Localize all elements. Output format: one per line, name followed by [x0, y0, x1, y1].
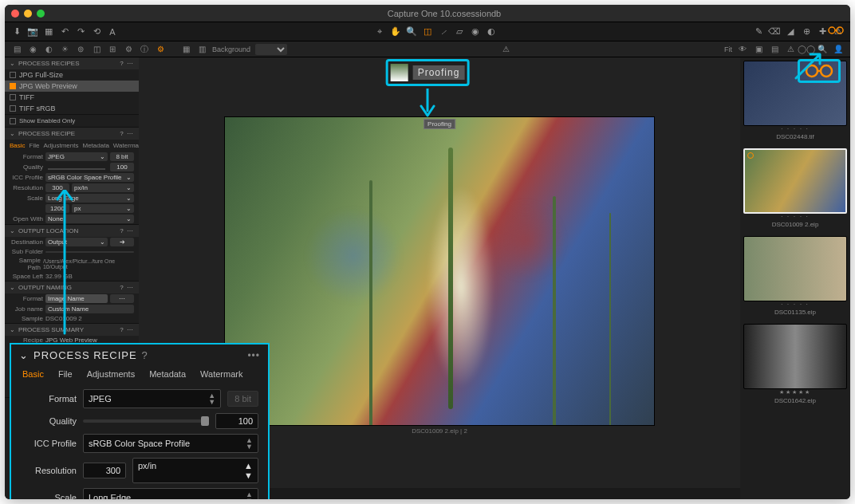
redo-icon[interactable]: ↷: [75, 26, 86, 37]
proofing-callout: Proofing: [386, 59, 470, 86]
popup-tab-file[interactable]: File: [58, 369, 73, 379]
quality-value[interactable]: 100: [110, 163, 134, 171]
batch-icon[interactable]: ▦: [43, 26, 54, 37]
cursor-icon[interactable]: ⌖: [374, 26, 385, 37]
recipe-item[interactable]: JPG Full-Size: [5, 69, 139, 81]
popup-resolution-input[interactable]: 300: [83, 463, 126, 478]
popup-quality-slider[interactable]: [83, 419, 209, 423]
recipe-tab[interactable]: Metadata: [82, 142, 108, 149]
library-tab-icon[interactable]: ▤: [11, 44, 22, 55]
thumbnail[interactable]: ★★★★★DSC01642.eip: [743, 324, 847, 404]
capture-icon[interactable]: 📷: [27, 26, 38, 37]
recipe-tab[interactable]: Watermark: [113, 142, 139, 149]
recipe-tab[interactable]: File: [30, 142, 40, 149]
popup-icc-select[interactable]: sRGB Color Space Profile▲▼: [83, 434, 258, 453]
gradient-icon[interactable]: ◢: [785, 26, 796, 37]
resolution-unit[interactable]: px/in⌄: [72, 183, 134, 192]
thumbnail[interactable]: · · · · ·DSC01009 2.eip: [743, 148, 847, 228]
show-enabled-only[interactable]: Show Enabled Only: [5, 114, 139, 127]
arrow-popup-icon: [53, 190, 77, 352]
destination-arrow-icon[interactable]: ➔: [110, 238, 134, 246]
recipe-tab[interactable]: Adjustments: [43, 142, 78, 149]
svg-point-1: [837, 27, 843, 33]
background-label: Background: [212, 45, 250, 53]
chevron-down-icon[interactable]: ⌄: [19, 349, 29, 361]
popup-tab-basic[interactable]: Basic: [22, 369, 44, 379]
output-tab-icon[interactable]: ⚙: [155, 44, 166, 55]
adjust-tab-icon[interactable]: ⚙: [123, 44, 134, 55]
tool-tab-bar: ▤ ◉ ◐ ☀ ⊚ ◫ ⊞ ⚙ ⓘ ⚙ ▦ ▥ Background ⚠ Fit…: [5, 41, 850, 57]
user-icon[interactable]: 👤: [833, 44, 844, 55]
straighten-icon[interactable]: ⟋: [438, 26, 449, 37]
thumbnail[interactable]: · · · · ·DSC01135.eip: [743, 236, 847, 316]
background-select[interactable]: [255, 44, 287, 55]
minimize-icon[interactable]: [24, 10, 32, 18]
recipe-item[interactable]: TIFF sRGB: [5, 103, 139, 114]
popup-quality-value[interactable]: 100: [215, 413, 258, 429]
crop-icon[interactable]: ◫: [422, 26, 433, 37]
view-mode-icon[interactable]: ▦: [180, 44, 191, 55]
popup-resolution-unit[interactable]: px/in▲▼: [132, 458, 258, 483]
more-icon[interactable]: •••: [247, 350, 260, 361]
arrow-down-icon: [418, 89, 437, 120]
details-tab-icon[interactable]: ⊞: [107, 44, 118, 55]
close-icon[interactable]: [11, 10, 19, 18]
spot-icon[interactable]: ◉: [470, 26, 481, 37]
format-select[interactable]: JPEG⌄: [45, 152, 108, 161]
keystone-icon[interactable]: ▱: [454, 26, 465, 37]
view-split-icon[interactable]: ▥: [196, 44, 207, 55]
popup-tab-metadata[interactable]: Metadata: [149, 369, 186, 379]
popup-format-select[interactable]: JPEG▲▼: [83, 389, 221, 408]
erase-icon[interactable]: ⌫: [769, 26, 780, 37]
icc-select[interactable]: sRGB Color Space Profile⌄: [45, 173, 134, 182]
recipe-tab[interactable]: Basic: [10, 142, 26, 149]
auto-icon[interactable]: A: [107, 26, 118, 37]
metadata-tab-icon[interactable]: ⓘ: [139, 44, 150, 55]
proofing-glasses-icon[interactable]: [828, 24, 844, 38]
help-icon[interactable]: ?: [142, 349, 148, 361]
exposure-tab-icon[interactable]: ☀: [59, 44, 70, 55]
scale-unit[interactable]: px⌄: [72, 204, 134, 213]
reset-icon[interactable]: ⟲: [91, 26, 102, 37]
hand-icon[interactable]: ✋: [390, 26, 401, 37]
naming-token-icon[interactable]: ⋯: [110, 294, 134, 303]
recipe-item[interactable]: TIFF: [5, 92, 139, 103]
zoom-icon[interactable]: [37, 10, 45, 18]
proofing-swatch-icon: [391, 64, 408, 81]
stack-icon[interactable]: ▣: [753, 44, 764, 55]
process-recipe-header[interactable]: ⌄PROCESS RECIPE? ⋯: [5, 128, 139, 140]
color-tab-icon[interactable]: ◐: [43, 44, 54, 55]
titlebar: Capture One 10.cosessiondb: [5, 5, 850, 22]
crop-tab-icon[interactable]: ◫: [91, 44, 102, 55]
canvas-caption: DSC01009 2.eip | 2: [224, 426, 655, 438]
warning-strip-icon: ⚠: [500, 44, 511, 55]
capture-tab-icon[interactable]: ◉: [27, 44, 38, 55]
clone-icon[interactable]: ⊕: [801, 26, 812, 37]
arrow-diagonal-icon: [793, 49, 825, 85]
process-recipe-popup: ⌄ PROCESS RECIPE ? ••• BasicFileAdjustme…: [10, 343, 270, 499]
mask-icon[interactable]: ◐: [486, 26, 497, 37]
undo-icon[interactable]: ↶: [59, 26, 70, 37]
proofing-callout-label: Proofing: [413, 65, 465, 80]
eye-icon[interactable]: 👁: [737, 44, 748, 55]
process-recipes-header[interactable]: ⌄PROCESS RECIPES? ⋯: [5, 57, 139, 69]
svg-point-0: [829, 27, 835, 33]
recipe-item[interactable]: JPG Web Preview: [5, 81, 139, 92]
zoom-tool-icon[interactable]: 🔍: [406, 26, 417, 37]
lens-tab-icon[interactable]: ⊚: [75, 44, 86, 55]
fit-label: Fit: [724, 45, 732, 53]
app-window: Capture One 10.cosessiondb ⬇ 📷 ▦ ↶ ↷ ⟲ A…: [5, 5, 850, 499]
heal-icon[interactable]: ✚: [817, 26, 828, 37]
popup-bit-depth: 8 bit: [227, 391, 258, 407]
window-title: Capture One 10.cosessiondb: [45, 9, 844, 18]
main-toolbar: ⬇ 📷 ▦ ↶ ↷ ⟲ A ⌖ ✋ 🔍 ◫ ⟋ ▱ ◉ ◐ ✎ ⌫ ◢ ⊕ ✚ …: [5, 22, 850, 41]
browser-panel: · · · · ·DSC02448.tif· · · · ·DSC01009 2…: [740, 57, 850, 499]
compare-icon[interactable]: ▤: [769, 44, 780, 55]
import-icon[interactable]: ⬇: [11, 26, 22, 37]
popup-scale-select[interactable]: Long Edge▲▼: [83, 488, 258, 499]
popup-tab-watermark[interactable]: Watermark: [200, 369, 242, 379]
popup-title: PROCESS RECIPE: [33, 349, 137, 361]
brush-icon[interactable]: ✎: [753, 26, 764, 37]
popup-tab-adjustments[interactable]: Adjustments: [87, 369, 136, 379]
image-canvas[interactable]: Proofing: [224, 116, 655, 426]
